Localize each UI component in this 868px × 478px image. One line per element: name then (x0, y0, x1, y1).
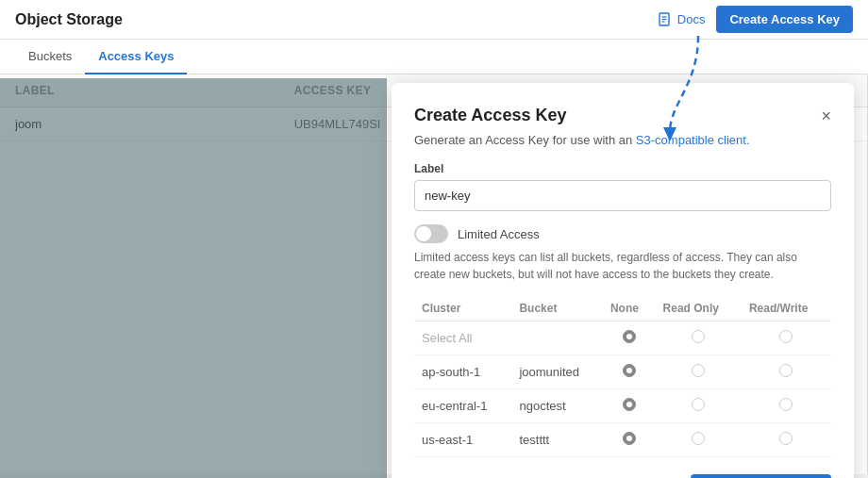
radio-read-only-btn[interactable] (692, 364, 705, 377)
submit-create-access-key-button[interactable]: Create Access Key (691, 474, 831, 478)
radio-none-btn[interactable] (623, 330, 636, 343)
bucket-name-cell: joomunited (511, 355, 602, 389)
limited-access-toggle-row: Limited Access (414, 224, 831, 243)
dimmed-overlay (0, 78, 387, 478)
label-input[interactable] (414, 180, 831, 211)
radio-read-write-btn[interactable] (779, 364, 793, 377)
radio-none-cell[interactable] (603, 423, 656, 457)
radio-read-only-cell[interactable] (656, 321, 742, 355)
page-title: Object Storage (15, 11, 123, 28)
radio-read-write-btn[interactable] (779, 330, 793, 343)
tab-buckets[interactable]: Buckets (15, 40, 85, 74)
s3-link[interactable]: S3-compatible client. (636, 133, 750, 147)
bucket-cluster-cell: Select All (414, 321, 511, 355)
limited-access-toggle[interactable] (414, 224, 448, 243)
radio-none-cell[interactable] (603, 355, 656, 389)
cancel-button[interactable]: Cancel (613, 474, 680, 478)
col-bucket: Bucket (511, 296, 602, 321)
radio-read-write-cell[interactable] (742, 389, 831, 423)
docs-icon (658, 12, 673, 27)
bucket-table-row: us-east-1testttt (414, 423, 831, 457)
modal-close-button[interactable]: × (821, 107, 831, 124)
radio-none-btn[interactable] (623, 432, 636, 445)
radio-none-cell[interactable] (603, 321, 656, 355)
bucket-table-row: ap-south-1joomunited (414, 355, 831, 389)
radio-read-only-btn[interactable] (692, 432, 705, 445)
bucket-permissions-table: Cluster Bucket None Read Only Read/Write… (414, 296, 831, 457)
modal-footer: Cancel Create Access Key (414, 474, 831, 478)
bucket-table-row: Select All (414, 321, 831, 355)
radio-read-only-cell[interactable] (656, 389, 742, 423)
bucket-cluster-cell: eu-central-1 (414, 389, 511, 423)
docs-link[interactable]: Docs (658, 12, 706, 27)
label-field-label: Label (414, 162, 831, 175)
radio-read-write-btn[interactable] (779, 398, 793, 411)
modal-header: Create Access Key × (414, 106, 831, 125)
col-read-only: Read Only (656, 296, 742, 321)
top-bar: Object Storage Docs Create Access Key (0, 0, 868, 40)
radio-read-only-btn[interactable] (692, 330, 705, 343)
limited-access-description: Limited access keys can list all buckets… (414, 249, 831, 283)
bucket-name-cell: ngoctest (511, 389, 602, 423)
create-access-key-button[interactable]: Create Access Key (716, 6, 853, 33)
bucket-cluster-cell: us-east-1 (414, 423, 511, 457)
radio-read-write-cell[interactable] (742, 321, 831, 355)
radio-read-only-btn[interactable] (692, 398, 705, 411)
create-access-key-modal: Create Access Key × Generate an Access K… (392, 83, 854, 478)
radio-read-write-cell[interactable] (742, 423, 831, 457)
radio-none-cell[interactable] (603, 389, 656, 423)
radio-read-write-cell[interactable] (742, 355, 831, 389)
radio-none-btn[interactable] (623, 364, 636, 377)
col-none: None (603, 296, 656, 321)
bucket-cluster-cell: ap-south-1 (414, 355, 511, 389)
radio-none-btn[interactable] (623, 398, 636, 411)
limited-access-label: Limited Access (458, 227, 540, 241)
top-bar-actions: Docs Create Access Key (658, 6, 853, 33)
tab-access-keys[interactable]: Access Keys (85, 40, 187, 74)
docs-label: Docs (677, 12, 706, 26)
radio-read-only-cell[interactable] (656, 423, 742, 457)
bucket-name-cell (511, 321, 602, 355)
modal-title: Create Access Key (414, 106, 566, 125)
radio-read-only-cell[interactable] (656, 355, 742, 389)
tabs-bar: Buckets Access Keys (0, 40, 868, 74)
col-cluster: Cluster (414, 296, 511, 321)
col-read-write: Read/Write (742, 296, 831, 321)
radio-read-write-btn[interactable] (779, 432, 793, 445)
modal-description: Generate an Access Key for use with an S… (414, 133, 831, 147)
bucket-table-row: eu-central-1ngoctest (414, 389, 831, 423)
bucket-name-cell: testttt (511, 423, 602, 457)
